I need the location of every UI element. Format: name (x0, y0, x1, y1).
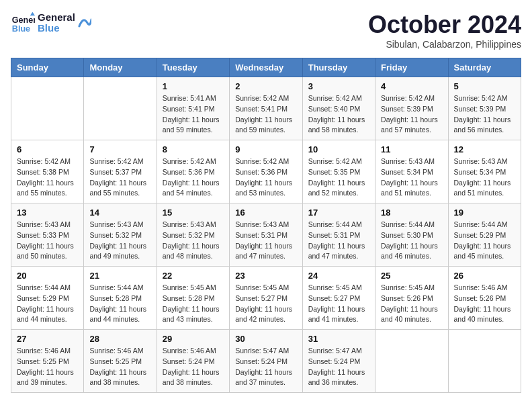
day-info: Sunrise: 5:44 AMSunset: 5:30 PMDaylight:… (381, 220, 442, 262)
day-info: Sunrise: 5:42 AMSunset: 5:36 PMDaylight:… (163, 156, 224, 199)
day-number: 6 (17, 144, 78, 154)
calendar-cell: 17Sunrise: 5:44 AMSunset: 5:31 PMDayligh… (302, 203, 375, 267)
day-info: Sunrise: 5:42 AMSunset: 5:41 PMDaylight:… (235, 93, 296, 136)
day-number: 20 (17, 271, 78, 281)
calendar-cell: 24Sunrise: 5:45 AMSunset: 5:27 PMDayligh… (302, 267, 375, 330)
week-row-2: 13Sunrise: 5:43 AMSunset: 5:33 PMDayligh… (11, 203, 521, 267)
day-info: Sunrise: 5:46 AMSunset: 5:26 PMDaylight:… (454, 283, 515, 325)
day-info: Sunrise: 5:42 AMSunset: 5:36 PMDaylight:… (235, 156, 296, 199)
day-number: 2 (235, 81, 296, 91)
day-info: Sunrise: 5:47 AMSunset: 5:24 PMDaylight:… (308, 346, 369, 388)
day-info: Sunrise: 5:43 AMSunset: 5:31 PMDaylight:… (235, 220, 296, 262)
weekday-header-tuesday: Tuesday (157, 58, 229, 77)
page-header: General Blue General Blue October 2024 S… (11, 11, 521, 50)
svg-marker-2 (30, 12, 35, 15)
calendar-cell: 12Sunrise: 5:43 AMSunset: 5:34 PMDayligh… (448, 140, 521, 203)
calendar-cell: 28Sunrise: 5:46 AMSunset: 5:25 PMDayligh… (84, 330, 157, 393)
weekday-header-monday: Monday (84, 58, 157, 77)
calendar-cell: 4Sunrise: 5:42 AMSunset: 5:39 PMDaylight… (375, 77, 448, 140)
logo-blue-text: Blue (38, 23, 75, 34)
weekday-header-thursday: Thursday (302, 58, 375, 77)
day-info: Sunrise: 5:46 AMSunset: 5:25 PMDaylight:… (89, 346, 150, 388)
day-number: 15 (163, 208, 224, 218)
week-row-1: 6Sunrise: 5:42 AMSunset: 5:38 PMDaylight… (11, 140, 521, 203)
day-info: Sunrise: 5:42 AMSunset: 5:40 PMDaylight:… (308, 93, 369, 136)
day-number: 10 (308, 144, 369, 154)
day-info: Sunrise: 5:43 AMSunset: 5:32 PMDaylight:… (89, 220, 150, 262)
calendar-cell: 16Sunrise: 5:43 AMSunset: 5:31 PMDayligh… (230, 203, 302, 267)
logo-icon: General Blue (11, 11, 35, 35)
calendar-cell: 29Sunrise: 5:46 AMSunset: 5:24 PMDayligh… (157, 330, 229, 393)
calendar-cell: 20Sunrise: 5:44 AMSunset: 5:29 PMDayligh… (11, 267, 84, 330)
calendar-cell (448, 330, 521, 393)
day-number: 31 (308, 334, 369, 344)
day-number: 28 (89, 334, 150, 344)
calendar-cell: 19Sunrise: 5:44 AMSunset: 5:29 PMDayligh… (448, 203, 521, 267)
logo-general-text: General (38, 12, 75, 24)
day-info: Sunrise: 5:43 AMSunset: 5:34 PMDaylight:… (454, 156, 515, 199)
day-info: Sunrise: 5:43 AMSunset: 5:33 PMDaylight:… (17, 220, 78, 262)
day-number: 30 (235, 334, 296, 344)
day-info: Sunrise: 5:45 AMSunset: 5:27 PMDaylight:… (308, 283, 369, 325)
calendar-cell: 15Sunrise: 5:43 AMSunset: 5:32 PMDayligh… (157, 203, 229, 267)
day-number: 26 (454, 271, 515, 281)
day-info: Sunrise: 5:43 AMSunset: 5:34 PMDaylight:… (381, 156, 442, 199)
day-number: 21 (89, 271, 150, 281)
calendar-cell: 11Sunrise: 5:43 AMSunset: 5:34 PMDayligh… (375, 140, 448, 203)
calendar-cell: 5Sunrise: 5:42 AMSunset: 5:39 PMDaylight… (448, 77, 521, 140)
calendar-cell: 21Sunrise: 5:44 AMSunset: 5:28 PMDayligh… (84, 267, 157, 330)
calendar-cell (84, 77, 157, 140)
calendar-cell (375, 330, 448, 393)
day-number: 29 (163, 334, 224, 344)
weekday-header-sunday: Sunday (11, 58, 84, 77)
calendar-cell: 30Sunrise: 5:47 AMSunset: 5:24 PMDayligh… (230, 330, 302, 393)
day-info: Sunrise: 5:42 AMSunset: 5:37 PMDaylight:… (89, 156, 150, 199)
calendar-cell: 9Sunrise: 5:42 AMSunset: 5:36 PMDaylight… (230, 140, 302, 203)
day-info: Sunrise: 5:47 AMSunset: 5:24 PMDaylight:… (235, 346, 296, 388)
day-info: Sunrise: 5:44 AMSunset: 5:31 PMDaylight:… (308, 220, 369, 262)
weekday-header-wednesday: Wednesday (230, 58, 302, 77)
day-number: 22 (163, 271, 224, 281)
logo: General Blue General Blue (11, 11, 91, 35)
week-row-3: 20Sunrise: 5:44 AMSunset: 5:29 PMDayligh… (11, 267, 521, 330)
day-number: 16 (235, 208, 296, 218)
day-number: 7 (89, 144, 150, 154)
day-number: 4 (381, 81, 442, 91)
calendar-cell: 26Sunrise: 5:46 AMSunset: 5:26 PMDayligh… (448, 267, 521, 330)
day-number: 18 (381, 208, 442, 218)
day-info: Sunrise: 5:45 AMSunset: 5:27 PMDaylight:… (235, 283, 296, 325)
day-number: 13 (17, 208, 78, 218)
day-info: Sunrise: 5:45 AMSunset: 5:28 PMDaylight:… (163, 283, 224, 325)
calendar-cell: 8Sunrise: 5:42 AMSunset: 5:36 PMDaylight… (157, 140, 229, 203)
day-number: 14 (89, 208, 150, 218)
calendar-cell: 1Sunrise: 5:41 AMSunset: 5:41 PMDaylight… (157, 77, 229, 140)
calendar-cell (11, 77, 84, 140)
month-title: October 2024 (368, 11, 521, 39)
day-number: 5 (454, 81, 515, 91)
day-info: Sunrise: 5:44 AMSunset: 5:29 PMDaylight:… (454, 220, 515, 262)
calendar-cell: 10Sunrise: 5:42 AMSunset: 5:35 PMDayligh… (302, 140, 375, 203)
header-row: SundayMondayTuesdayWednesdayThursdayFrid… (11, 58, 521, 77)
day-number: 12 (454, 144, 515, 154)
calendar-cell: 3Sunrise: 5:42 AMSunset: 5:40 PMDaylight… (302, 77, 375, 140)
day-number: 19 (454, 208, 515, 218)
title-block: October 2024 Sibulan, Calabarzon, Philip… (368, 11, 521, 50)
day-info: Sunrise: 5:44 AMSunset: 5:28 PMDaylight:… (89, 283, 150, 325)
weekday-header-friday: Friday (375, 58, 448, 77)
calendar-cell: 23Sunrise: 5:45 AMSunset: 5:27 PMDayligh… (230, 267, 302, 330)
week-row-4: 27Sunrise: 5:46 AMSunset: 5:25 PMDayligh… (11, 330, 521, 393)
calendar-cell: 2Sunrise: 5:42 AMSunset: 5:41 PMDaylight… (230, 77, 302, 140)
calendar-cell: 13Sunrise: 5:43 AMSunset: 5:33 PMDayligh… (11, 203, 84, 267)
calendar-cell: 18Sunrise: 5:44 AMSunset: 5:30 PMDayligh… (375, 203, 448, 267)
weekday-header-saturday: Saturday (448, 58, 521, 77)
calendar-table: SundayMondayTuesdayWednesdayThursdayFrid… (11, 58, 521, 393)
day-number: 17 (308, 208, 369, 218)
day-number: 1 (163, 81, 224, 91)
calendar-cell: 7Sunrise: 5:42 AMSunset: 5:37 PMDaylight… (84, 140, 157, 203)
day-info: Sunrise: 5:42 AMSunset: 5:35 PMDaylight:… (308, 156, 369, 199)
day-number: 3 (308, 81, 369, 91)
day-info: Sunrise: 5:43 AMSunset: 5:32 PMDaylight:… (163, 220, 224, 262)
day-info: Sunrise: 5:42 AMSunset: 5:39 PMDaylight:… (381, 93, 442, 136)
day-info: Sunrise: 5:42 AMSunset: 5:38 PMDaylight:… (17, 156, 78, 199)
day-info: Sunrise: 5:46 AMSunset: 5:24 PMDaylight:… (163, 346, 224, 388)
